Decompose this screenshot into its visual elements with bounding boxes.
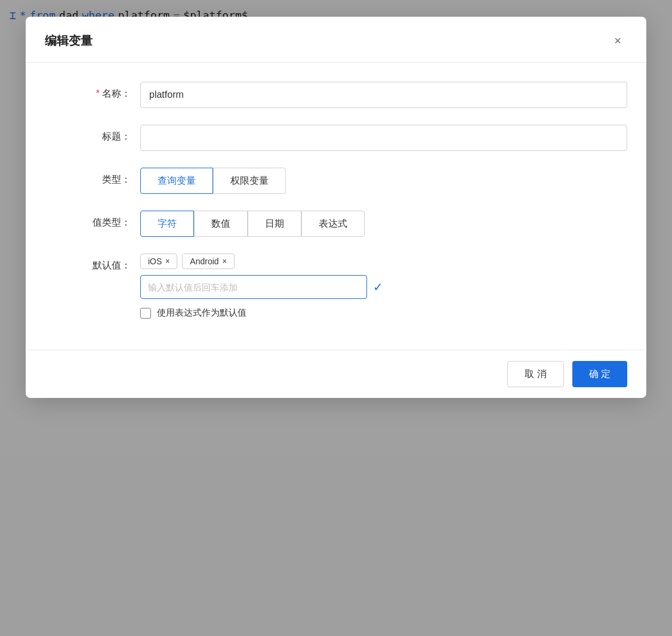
default-value-field-container: iOS × Android × ✓ — [140, 254, 627, 319]
title-field-container — [140, 125, 627, 151]
value-type-date-button[interactable]: 日期 — [248, 211, 301, 237]
tag-ios-remove[interactable]: × — [165, 258, 169, 265]
use-expression-label[interactable]: 使用表达式作为默认值 — [157, 307, 246, 319]
modal-footer: 取 消 确 定 — [26, 350, 646, 398]
type-permission-variable-button[interactable]: 权限变量 — [213, 168, 286, 194]
value-type-field-container: 字符 数值 日期 表达式 — [140, 211, 627, 237]
title-label: 标题： — [45, 125, 140, 143]
value-type-string-button[interactable]: 字符 — [140, 211, 194, 237]
confirm-button[interactable]: 确 定 — [572, 361, 627, 387]
name-label: *名称： — [45, 82, 140, 100]
name-field-container — [140, 82, 627, 108]
tag-ios-text: iOS — [148, 257, 162, 266]
modal-title: 编辑变量 — [45, 33, 93, 49]
close-button[interactable]: × — [608, 31, 627, 50]
type-field-container: 查询变量 权限变量 — [140, 168, 627, 194]
name-required-mark: * — [96, 88, 100, 98]
use-expression-checkbox[interactable] — [140, 308, 151, 319]
tag-android-remove[interactable]: × — [223, 258, 227, 265]
tag-ios: iOS × — [140, 254, 177, 269]
default-value-label: 默认值： — [45, 254, 140, 272]
title-row: 标题： — [45, 125, 627, 151]
value-type-label: 值类型： — [45, 211, 140, 229]
confirm-check-icon[interactable]: ✓ — [373, 280, 383, 294]
name-input[interactable] — [140, 82, 627, 108]
value-type-row: 值类型： 字符 数值 日期 表达式 — [45, 211, 627, 237]
type-query-variable-button[interactable]: 查询变量 — [140, 168, 213, 194]
cancel-button[interactable]: 取 消 — [507, 361, 563, 387]
tag-input-row: ✓ — [140, 275, 627, 299]
value-type-number-button[interactable]: 数值 — [194, 211, 248, 237]
title-input[interactable] — [140, 125, 627, 151]
type-button-group: 查询变量 权限变量 — [140, 168, 627, 194]
tag-android: Android × — [182, 254, 234, 269]
tag-android-text: Android — [190, 257, 218, 266]
modal-body: *名称： 标题： 类型： 查询变量 权限变量 — [26, 63, 646, 350]
edit-variable-modal: 编辑变量 × *名称： 标题： 类 — [26, 17, 646, 398]
type-label: 类型： — [45, 168, 140, 186]
value-type-button-group: 字符 数值 日期 表达式 — [140, 211, 627, 237]
modal-header: 编辑变量 × — [26, 17, 646, 63]
modal-overlay: 编辑变量 × *名称： 标题： 类 — [0, 0, 672, 636]
use-expression-row: 使用表达式作为默认值 — [140, 307, 627, 319]
value-type-expression-button[interactable]: 表达式 — [301, 211, 365, 237]
default-value-row: 默认值： iOS × Android × ✓ — [45, 254, 627, 319]
name-row: *名称： — [45, 82, 627, 108]
type-row: 类型： 查询变量 权限变量 — [45, 168, 627, 194]
default-value-section: iOS × Android × ✓ — [140, 254, 627, 299]
default-value-input[interactable] — [140, 275, 367, 299]
